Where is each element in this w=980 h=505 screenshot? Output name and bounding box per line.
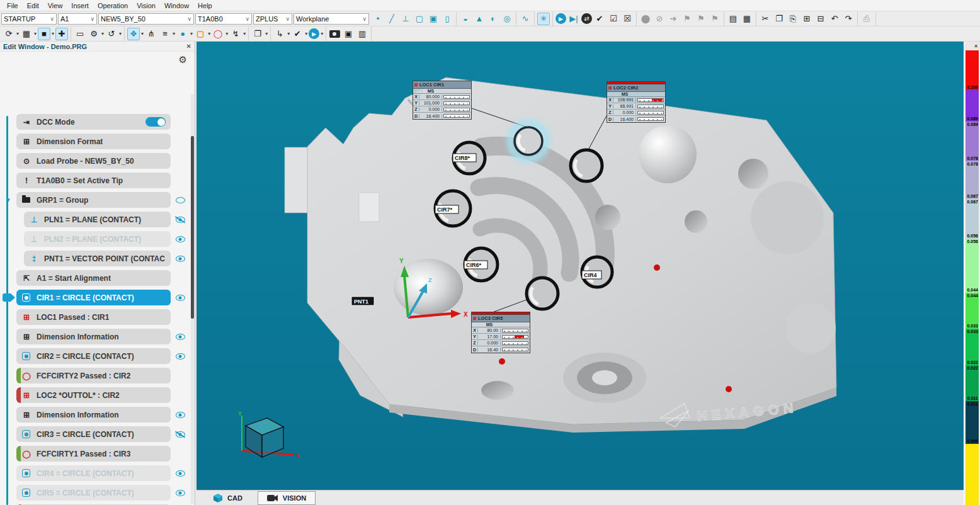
execute-program-icon[interactable]: ▶ [556, 13, 566, 24]
circle-select-icon[interactable]: ◯ [212, 28, 224, 40]
edit-item-pill[interactable]: CIR2 = CIRCLE (CONTACT) [16, 348, 171, 364]
circle-feature-icon[interactable]: ▢ [413, 13, 426, 25]
execute-mini-icon[interactable]: ▶ [309, 28, 319, 39]
visibility-eye-icon[interactable] [176, 197, 185, 203]
close-icon[interactable]: ✕ [974, 43, 978, 49]
edit-item-15[interactable]: ⊞Dimension Information [0, 405, 190, 424]
chevron-down-icon[interactable]: ▾ [52, 31, 54, 37]
edit-item-pill[interactable]: ⇥DCC Mode [16, 114, 171, 130]
edit-item-pill[interactable]: ‡PNT1 = VECTOR POINT (CONTAC [24, 251, 171, 266]
pnt1-tag[interactable]: PNT1 [351, 297, 374, 305]
menu-operation[interactable]: Operation [93, 1, 132, 10]
visibility-eye-icon[interactable] [176, 470, 185, 477]
edit-item-17[interactable]: ◯FCFCIRTY1 Passed : CIR3 [0, 444, 190, 463]
measured-circle[interactable]: CIR4 [582, 257, 612, 287]
report-window-icon[interactable]: ▣ [342, 28, 355, 40]
close-icon[interactable]: ✕ [186, 43, 191, 50]
point-feature-icon[interactable]: • [372, 13, 384, 25]
chevron-down-icon[interactable]: ▾ [34, 31, 37, 37]
measured-circle[interactable]: CIR7* [435, 191, 470, 226]
chevron-down-icon[interactable]: ▾ [305, 31, 307, 37]
measured-circle[interactable]: CIR6* [464, 248, 498, 281]
edit-item-12[interactable]: CIR2 = CIRCLE (CONTACT) [0, 346, 190, 366]
pattern-icon[interactable]: ⊟ [814, 13, 827, 25]
visibility-eye-icon[interactable] [176, 353, 185, 360]
probe-mode-icon[interactable]: ❖ [127, 28, 140, 40]
edit-item-6[interactable]: ⊥PLN2 = PLANE (CONTACT) [0, 229, 190, 249]
cut-icon[interactable]: ✂ [759, 13, 772, 25]
edit-item-0[interactable]: ⇥DCC Mode [0, 112, 190, 132]
zoom-window-icon[interactable]: ▢ [194, 28, 207, 40]
edit-window-scrollbar[interactable] [191, 94, 194, 504]
measurement-table-loc2[interactable]: ⊞LOC2 CIR2MSX108.991Y88.991Z0.000D16.400 [607, 81, 666, 123]
edit-item-3[interactable]: !T1A0B0 = Set Active Tip [0, 171, 190, 190]
visibility-eye-icon[interactable] [176, 412, 185, 418]
edit-item-pill[interactable]: CIR5 = CIRCLE (CONTACT) [16, 485, 171, 501]
chevron-down-icon[interactable]: ▾ [141, 31, 144, 37]
visibility-eye-icon[interactable] [176, 334, 185, 340]
probe-combo[interactable]: NEW5_BY_50∨ [98, 13, 194, 25]
gear-icon[interactable]: ⚙ [179, 54, 187, 65]
rotate-view-icon[interactable]: ⟳ [3, 28, 15, 40]
round-slot-feature-icon[interactable]: ▣ [427, 13, 440, 25]
visibility-eye-icon[interactable] [176, 217, 185, 223]
scrollbar-thumb[interactable] [191, 136, 194, 319]
edit-item-19[interactable]: CIR5 = CIRCLE (CONTACT) [0, 483, 190, 502]
menu-help[interactable]: Help [193, 1, 217, 10]
report-text-icon[interactable]: ▤ [727, 13, 739, 25]
visibility-eye-icon[interactable] [176, 236, 185, 242]
undo-icon[interactable]: ↶ [828, 13, 841, 25]
edit-item-2[interactable]: ⊙Load Probe - NEW5_BY_50 [0, 151, 190, 171]
pan-view-icon[interactable]: ✚ [55, 28, 68, 40]
measured-circle[interactable] [571, 150, 602, 181]
cone-feature-icon[interactable]: ▲ [473, 13, 486, 25]
active-circle-cir1[interactable] [510, 123, 547, 159]
edit-item-7[interactable]: ‡PNT1 = VECTOR POINT (CONTAC [0, 249, 190, 268]
chevron-down-icon[interactable]: ▾ [190, 31, 193, 37]
paste-icon[interactable]: ⎘ [787, 13, 799, 25]
mark-used-icon[interactable]: ☑ [607, 13, 620, 25]
edit-item-18[interactable]: CIR4 = CIRCLE (CONTACT) [0, 463, 190, 483]
confirm-icon[interactable]: ✔ [593, 13, 606, 25]
continue-icon[interactable]: ➔ [667, 13, 680, 25]
edit-item-14[interactable]: ⊞LOC2 *OUTTOL* : CIR2 [0, 385, 190, 405]
chevron-down-icon[interactable]: ▾ [173, 31, 175, 37]
curve-feature-icon[interactable]: ∿ [519, 13, 532, 25]
edit-item-pill[interactable]: ⊞Dimension Format [16, 133, 171, 149]
wireframe-view-icon[interactable]: ▦ [20, 28, 33, 40]
edit-item-1[interactable]: ⊞Dimension Format [0, 132, 190, 151]
bookmark-clear-icon[interactable]: ⚑ [709, 13, 721, 25]
copy-icon[interactable]: ❐ [773, 13, 785, 25]
probe-file-combo[interactable]: STARTUP∨ [1, 13, 57, 25]
edit-item-8[interactable]: ⇱A1 = Start Alignment [0, 268, 190, 288]
menu-vision[interactable]: Vision [132, 1, 160, 10]
chevron-down-icon[interactable]: ▾ [101, 31, 104, 37]
probe-path-icon[interactable]: ↳ [273, 28, 286, 40]
edit-item-13[interactable]: ◯FCFCIRTY2 Passed : CIR2 [0, 366, 190, 385]
tip-combo[interactable]: T1A0B0∨ [195, 13, 252, 25]
chevron-down-icon[interactable]: ▾ [16, 31, 19, 37]
bookmark-goto-icon[interactable]: ⚑ [695, 13, 707, 25]
edit-item-pill[interactable]: ⇱A1 = Start Alignment [16, 270, 171, 286]
sphere-view-icon[interactable]: ● [176, 28, 189, 40]
chevron-down-icon[interactable]: ▾ [287, 31, 290, 37]
loop-icon[interactable]: ⇄ [581, 13, 592, 24]
stop-icon[interactable]: ⬤ [639, 13, 652, 25]
square-slot-feature-icon[interactable]: ▯ [441, 13, 453, 25]
paste-pattern-icon[interactable]: ⊞ [801, 13, 813, 25]
menu-window[interactable]: Window [160, 1, 193, 10]
torus-feature-icon[interactable]: ◎ [501, 13, 513, 25]
auto-feature-icon[interactable]: ✳ [537, 13, 550, 25]
edit-item-20[interactable]: ⊞LOC3 *OUTTOL* : CIR5 [0, 502, 190, 505]
line-feature-icon[interactable]: ╱ [385, 13, 398, 25]
edit-item-pill[interactable]: ⊞LOC1 Passed : CIR1 [16, 309, 171, 325]
menu-file[interactable]: File [3, 1, 23, 10]
break-icon[interactable]: ⊘ [653, 13, 666, 25]
edit-item-pill[interactable]: ⊙Load Probe - NEW5_BY_50 [16, 153, 171, 169]
edit-item-pill[interactable]: GRP1 = Group [16, 192, 171, 208]
edit-item-pill[interactable]: ⊥PLN2 = PLANE (CONTACT) [24, 231, 171, 247]
edit-item-16[interactable]: CIR3 = CIRCLE (CONTACT) [0, 424, 190, 444]
edit-item-pill[interactable]: !T1A0B0 = Set Active Tip [16, 173, 171, 188]
dcc-toggle[interactable] [145, 117, 166, 127]
visibility-eye-icon[interactable] [176, 490, 185, 496]
